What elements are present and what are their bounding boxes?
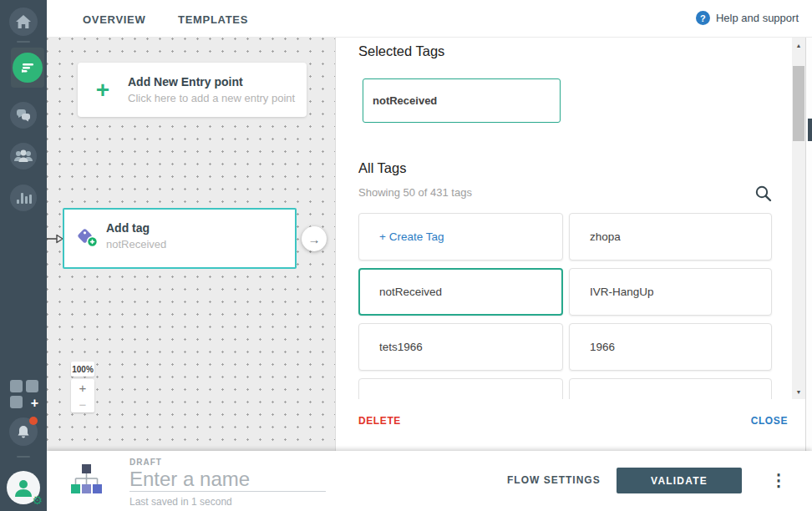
all-tags-heading: All Tags xyxy=(358,160,406,176)
tag-cell-partial[interactable] xyxy=(569,378,772,399)
selected-tags-heading: Selected Tags xyxy=(358,43,444,59)
scrollbar-thumb[interactable] xyxy=(793,66,804,141)
zoom-out-button[interactable]: − xyxy=(71,396,94,412)
analytics-icon xyxy=(15,190,32,205)
sidebar-item-apps[interactable]: + xyxy=(10,380,38,408)
add-tag-node[interactable]: Add tag notReceived xyxy=(63,208,297,269)
settings-gear-icon: ⚙ xyxy=(32,494,43,506)
zoom-level-badge: 100% xyxy=(71,362,94,377)
tab-overview[interactable]: OVERVIEW xyxy=(83,13,145,26)
help-label: Help and support xyxy=(716,12,799,24)
tag-cell-selected[interactable]: notReceived xyxy=(358,268,563,316)
more-options-kebab-icon[interactable]: ⋮ xyxy=(770,468,787,492)
scroll-down-icon[interactable]: ▼ xyxy=(792,386,805,397)
node-title: Add tag xyxy=(106,221,150,235)
create-tag-button[interactable]: + Create Tag xyxy=(358,213,563,261)
sidebar-item-audience[interactable] xyxy=(10,143,37,169)
tag-cell[interactable]: IVR-HangUp xyxy=(569,268,772,316)
zoom-in-button[interactable]: + xyxy=(71,379,94,396)
flow-canvas[interactable]: + Add New Entry point Click here to add … xyxy=(47,38,335,451)
apps-grid-icon xyxy=(26,380,38,392)
tag-cell[interactable]: 1966 xyxy=(569,323,772,371)
selected-tag-chip[interactable]: notReceived xyxy=(363,78,561,123)
panel-scrollbar[interactable]: ▲ ▼ xyxy=(792,38,805,399)
sidebar-divider xyxy=(17,456,30,458)
draft-status-badge: DRAFT xyxy=(129,458,162,467)
tags-panel: Selected Tags notReceived All Tags Showi… xyxy=(335,38,792,451)
sidebar-item-flows-active[interactable] xyxy=(11,48,44,88)
apps-add-icon: + xyxy=(31,397,38,410)
sidebar-item-conversations[interactable] xyxy=(10,102,37,129)
flows-chat-icon xyxy=(13,53,43,83)
zoom-controls: + − xyxy=(71,379,94,412)
footer-bar: DRAFT Last saved in 1 second FLOW SETTIN… xyxy=(47,451,812,511)
validate-button[interactable]: VALIDATE xyxy=(617,468,742,493)
apps-grid-icon xyxy=(10,380,23,392)
plus-icon: + xyxy=(78,78,128,102)
account-avatar[interactable]: ⚙ xyxy=(7,471,40,504)
notification-badge xyxy=(29,417,38,425)
search-icon[interactable] xyxy=(754,185,773,203)
entry-point-title: Add New Entry point xyxy=(128,75,295,89)
help-and-support-button[interactable]: ? Help and support xyxy=(696,11,799,25)
flow-settings-button[interactable]: FLOW SETTINGS xyxy=(507,474,601,486)
audience-icon xyxy=(13,149,33,164)
incoming-connector-arrow-icon xyxy=(47,232,63,245)
window-scrollbar[interactable] xyxy=(805,0,812,451)
panel-actions: DELETE CLOSE xyxy=(336,415,793,432)
add-entry-point-card[interactable]: + Add New Entry point Click here to add … xyxy=(78,63,307,117)
tab-templates[interactable]: TEMPLATES xyxy=(178,13,248,26)
node-next-step-button[interactable]: → xyxy=(302,226,327,251)
sidebar-divider xyxy=(17,41,30,43)
top-bar: OVERVIEW TEMPLATES ? Help and support xyxy=(47,0,812,38)
conversations-icon xyxy=(15,108,32,123)
home-icon xyxy=(15,14,32,29)
scroll-up-icon[interactable]: ▲ xyxy=(792,39,805,51)
apps-grid-icon xyxy=(10,396,23,408)
sidebar: + ⚙ xyxy=(0,0,47,511)
tag-plus-icon xyxy=(76,228,99,250)
tag-cell-partial[interactable] xyxy=(358,378,563,399)
node-subtitle: notReceived xyxy=(106,238,166,250)
tag-cell[interactable]: tets1966 xyxy=(358,323,563,371)
tags-count-text: Showing 50 of 431 tags xyxy=(358,186,472,199)
sidebar-item-notifications[interactable] xyxy=(9,417,38,446)
tag-cell[interactable]: zhopa xyxy=(569,213,772,261)
home-icon[interactable] xyxy=(9,8,38,36)
window-scrollbar-thumb[interactable] xyxy=(808,119,812,141)
entry-point-subtitle: Click here to add a new entry point xyxy=(128,92,295,104)
flow-builder-app: + ⚙ OVERVIEW TEMPLATES ? Help and xyxy=(0,0,812,511)
delete-button[interactable]: DELETE xyxy=(358,415,401,427)
help-question-icon: ? xyxy=(696,11,710,25)
flow-name-input[interactable] xyxy=(129,467,326,492)
user-icon xyxy=(13,477,34,498)
sidebar-item-analytics[interactable] xyxy=(10,185,37,211)
close-button[interactable]: CLOSE xyxy=(751,415,788,427)
last-saved-text: Last saved in 1 second xyxy=(129,496,232,508)
arrow-right-icon: → xyxy=(308,232,321,246)
flow-tree-icon xyxy=(71,463,102,494)
